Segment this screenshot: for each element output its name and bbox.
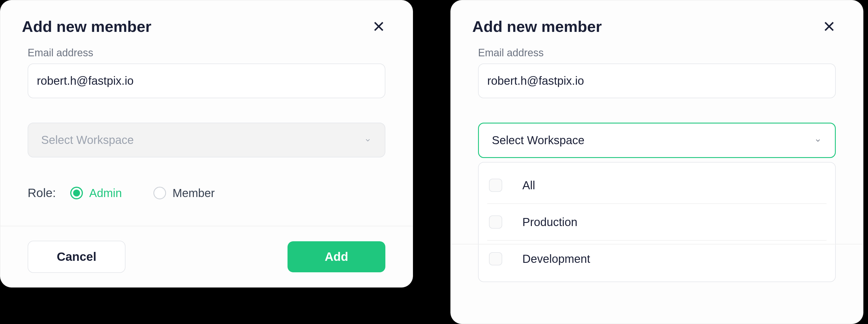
- workspace-select[interactable]: Select Workspace: [28, 123, 385, 157]
- dialog-body: Email address Select Workspace Role: Adm…: [0, 44, 413, 226]
- email-label: Email address: [478, 47, 836, 59]
- workspace-dropdown: All Production Development: [478, 162, 836, 282]
- email-input[interactable]: [28, 64, 385, 98]
- close-icon[interactable]: [821, 19, 837, 34]
- radio-icon-selected: [70, 187, 83, 199]
- role-admin-label: Admin: [89, 187, 122, 200]
- add-member-dialog-left: Add new member Email address Select Work…: [0, 0, 413, 288]
- add-button[interactable]: Add: [287, 241, 385, 272]
- role-label: Role:: [28, 186, 56, 200]
- workspace-option-label: All: [522, 179, 535, 192]
- dialog-footer: Cancel Add: [0, 226, 413, 287]
- chevron-down-icon: [364, 136, 372, 144]
- cancel-button[interactable]: Cancel: [28, 241, 125, 273]
- footer-divider: [451, 244, 863, 245]
- workspace-select-placeholder: Select Workspace: [41, 134, 134, 146]
- dialog-title: Add new member: [472, 17, 602, 35]
- workspace-select-placeholder: Select Workspace: [492, 134, 585, 147]
- workspace-option-production[interactable]: Production: [487, 203, 827, 240]
- radio-icon: [153, 187, 166, 199]
- workspace-option-label: Production: [522, 216, 577, 229]
- dialog-header: Add new member: [451, 0, 863, 44]
- chevron-down-icon: [814, 137, 822, 144]
- checkbox-icon: [489, 179, 502, 192]
- role-admin-option[interactable]: Admin: [70, 187, 122, 200]
- close-icon[interactable]: [371, 19, 387, 34]
- workspace-select[interactable]: Select Workspace: [478, 123, 836, 158]
- dialog-body: Email address Select Workspace All Produ…: [451, 44, 863, 305]
- add-member-dialog-right: Add new member Email address Select Work…: [451, 0, 863, 324]
- workspace-option-label: Development: [522, 252, 590, 265]
- dialog-title: Add new member: [22, 17, 151, 35]
- workspace-option-all[interactable]: All: [487, 167, 827, 203]
- role-row: Role: Admin Member: [28, 186, 385, 200]
- workspace-option-development[interactable]: Development: [487, 240, 827, 277]
- email-input[interactable]: [478, 64, 836, 98]
- role-member-label: Member: [173, 187, 215, 200]
- email-label: Email address: [28, 47, 385, 59]
- dialog-header: Add new member: [0, 0, 413, 44]
- checkbox-icon: [489, 252, 502, 265]
- checkbox-icon: [489, 215, 502, 229]
- role-member-option[interactable]: Member: [153, 187, 215, 200]
